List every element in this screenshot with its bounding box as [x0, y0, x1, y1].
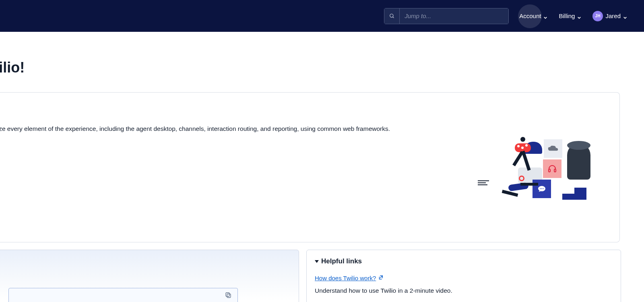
cloud-icon	[544, 139, 562, 158]
billing-menu[interactable]: Billing	[558, 10, 582, 22]
chevron-down-icon	[543, 14, 547, 18]
credentials-card	[0, 250, 299, 302]
user-name-label: Jared	[605, 12, 621, 19]
svg-point-5	[541, 188, 542, 189]
helpful-links-title: Helpful links	[321, 257, 362, 265]
speed-lines-icon	[478, 180, 490, 185]
svg-point-0	[390, 14, 393, 17]
svg-rect-7	[227, 294, 231, 298]
svg-line-1	[392, 17, 394, 18]
account-menu[interactable]: Account	[518, 10, 548, 22]
helpful-links-card: Helpful links How does Twilio work? Unde…	[306, 250, 621, 302]
search-input[interactable]	[400, 8, 508, 24]
svg-point-6	[543, 188, 544, 189]
cylinder-icon	[567, 143, 590, 180]
account-menu-label: Account	[519, 12, 541, 19]
external-link-icon	[378, 274, 383, 281]
chevron-down-icon	[623, 14, 627, 18]
avatar: JH	[592, 11, 603, 21]
top-navigation: Account Billing JH Jared	[0, 0, 644, 32]
chat-icon	[533, 180, 551, 198]
svg-rect-8	[226, 293, 229, 296]
helpful-link-row: How does Twilio work?	[315, 274, 613, 281]
person-icon	[490, 176, 530, 200]
copy-icon[interactable]	[225, 292, 232, 299]
headset-icon	[543, 159, 561, 178]
svg-point-4	[540, 188, 541, 189]
helpful-link[interactable]: How does Twilio work?	[315, 275, 376, 281]
hero-illustration	[482, 139, 590, 200]
helpful-links-header[interactable]: Helpful links	[315, 257, 613, 265]
svg-rect-3	[554, 169, 556, 172]
billing-menu-label: Billing	[559, 12, 575, 19]
credential-field[interactable]	[8, 288, 238, 302]
helpful-link-description: Understand how to use Twilio in a 2-minu…	[315, 287, 613, 294]
hero-panel: er utes and customize every element of t…	[0, 92, 620, 242]
page-title: Twilio!	[0, 59, 644, 76]
hero-subtitle: er	[0, 105, 603, 115]
stairs-icon	[562, 180, 586, 200]
bottom-card-row: Helpful links How does Twilio work? Unde…	[0, 250, 644, 302]
person-icon	[499, 137, 531, 173]
main-content: Twilio! er utes and customize every elem…	[0, 32, 644, 302]
svg-rect-2	[549, 169, 550, 172]
caret-down-icon	[315, 260, 319, 263]
user-menu[interactable]: JH Jared	[592, 8, 628, 24]
search-box[interactable]	[384, 8, 509, 24]
chevron-down-icon	[577, 14, 581, 18]
hero-description: utes and customize every element of the …	[0, 124, 394, 133]
search-icon[interactable]	[384, 8, 400, 24]
